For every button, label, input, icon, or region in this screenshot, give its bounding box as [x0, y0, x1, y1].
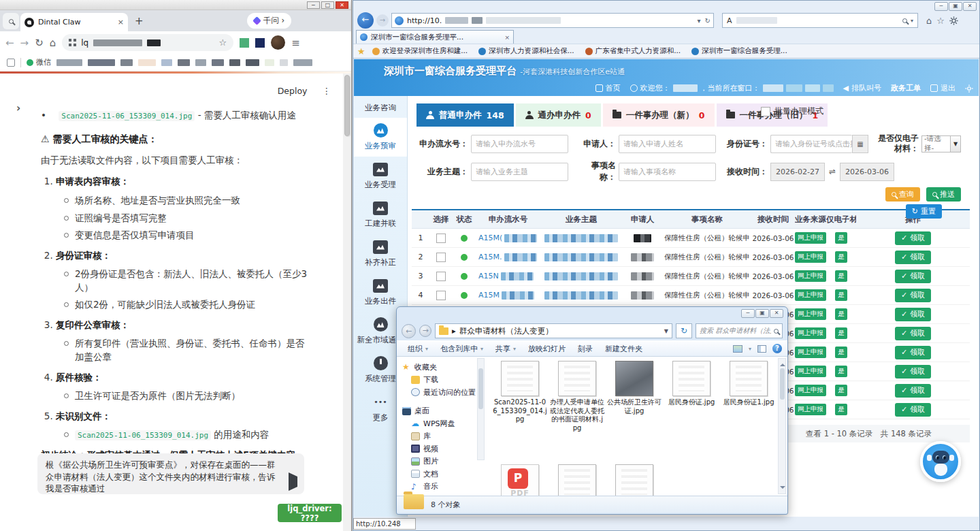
sidebar-item-2[interactable]: 业务预审	[354, 118, 407, 157]
bookmark-star-icon[interactable]: ☆	[219, 37, 227, 48]
row-checkbox[interactable]	[436, 272, 446, 281]
batch-checkbox[interactable]	[761, 107, 770, 116]
nav-item[interactable]: 库	[402, 430, 477, 443]
date-to-input[interactable]: 2026-03-06	[840, 163, 894, 181]
nav-exit[interactable]: 退出	[930, 83, 956, 93]
file-item[interactable]: 公共场所卫生许可证.jpg	[606, 361, 663, 464]
preview-pane-icon[interactable]	[757, 345, 766, 353]
claim-button[interactable]: ✓领取	[895, 403, 931, 417]
nav-home[interactable]: 首页	[595, 83, 621, 93]
queue-tab-1[interactable]: 普通申办件148	[416, 103, 514, 127]
serial-link[interactable]: A15M.	[478, 253, 502, 261]
maximize-button[interactable]: ▣	[949, 2, 962, 11]
batch-mode-option[interactable]: 批量办理模式	[761, 106, 836, 117]
file-item[interactable]: Scan2025-11-06_153309_014.jpg	[491, 361, 549, 464]
chat-input[interactable]: 根《据公共场所卫生许可预审要点》，对保存在桌面的——群众申请材料（法人变更）这个…	[37, 453, 304, 494]
claim-button[interactable]: ✓领取	[895, 384, 931, 398]
tab-close-icon[interactable]: ×	[118, 18, 124, 27]
maximize-button[interactable]: ▣	[755, 309, 769, 318]
maximize-button[interactable]: □	[321, 1, 334, 9]
nav-item[interactable]: ☁WPS网盘	[402, 417, 477, 430]
minimize-button[interactable]: ─	[307, 1, 320, 9]
sidebar-item-4[interactable]: 工建并联	[354, 195, 407, 234]
toolbar-menu[interactable]: 包含到库中 ▾	[435, 344, 489, 354]
toolbar-button[interactable]: 新建文件夹	[600, 344, 648, 354]
favorite-item[interactable]: 深圳市人力资源和社会保...	[474, 46, 578, 56]
close-button[interactable]: ✕	[770, 309, 783, 318]
applicant-input[interactable]: 请输入申请人姓名	[619, 135, 716, 153]
sidebar-item-1[interactable]: 业务咨询	[354, 97, 407, 118]
serial-input[interactable]: 请输入申办流水号	[471, 135, 568, 153]
row-checkbox[interactable]	[436, 234, 446, 243]
bookmark-wechat[interactable]: 微信	[27, 57, 51, 67]
driver-status-button[interactable]: ljq_driver: ????	[278, 504, 342, 522]
date-from-input[interactable]: 2026-02-27	[770, 163, 825, 181]
explorer-search-box[interactable]: 搜索 群众申请材料（法人变更）	[696, 323, 783, 338]
ie-tab[interactable]: 深圳市一窗综合服务受理平... ×	[356, 30, 514, 44]
claim-button[interactable]: ✓领取	[895, 365, 931, 379]
favorite-item[interactable]: 广东省集中式人力资源和...	[581, 46, 685, 56]
nav-item[interactable]: 下载	[402, 374, 477, 387]
item-input[interactable]: 请输入事项名称	[619, 163, 716, 181]
url-dropdown-icon[interactable]: ▾	[698, 17, 701, 25]
forward-icon[interactable]: →	[376, 14, 389, 27]
gear-icon[interactable]	[949, 16, 958, 25]
search-box[interactable]: A ▾	[722, 13, 918, 28]
queue-tab-2[interactable]: 通办申办件0	[516, 103, 601, 127]
id-card-reader-button[interactable]: ▦	[852, 135, 868, 153]
file-item[interactable]: 居民身份证.jpg	[663, 361, 720, 464]
home-icon[interactable]: ⌂	[50, 37, 56, 49]
favorites-star-icon[interactable]: ★	[357, 46, 365, 57]
forward-icon[interactable]: →	[419, 325, 431, 337]
help-icon[interactable]: ?	[772, 344, 782, 353]
claim-button[interactable]: ✓领取	[895, 270, 931, 283]
nav-item[interactable]: 最近访问的位置	[402, 386, 477, 399]
toolbar-menu[interactable]: 共享 ▾	[490, 344, 521, 354]
search-dropdown-icon[interactable]: ▾	[911, 18, 913, 24]
file-item[interactable]: PPDF	[491, 464, 549, 496]
query-button[interactable]: 查询	[885, 187, 920, 202]
reset-button[interactable]: ↻重置	[906, 204, 942, 219]
address-bar[interactable]: http://10. ▾ ↻	[391, 13, 714, 28]
claim-button[interactable]: ✓领取	[895, 346, 931, 359]
back-icon[interactable]: ←	[357, 12, 374, 29]
topic-input[interactable]: 请输入业务主题	[471, 163, 568, 181]
breadcrumb-folder[interactable]: 群众申请材料（法人变更）	[459, 326, 553, 336]
claim-button[interactable]: ✓领取	[895, 231, 931, 245]
claim-button[interactable]: ✓领取	[895, 251, 931, 264]
favorite-item[interactable]: 深圳市一窗综合服务受理...	[687, 46, 791, 56]
toolbar-menu[interactable]: 组织 ▾	[402, 344, 434, 354]
nav-scrollbar[interactable]	[477, 358, 485, 460]
extension-green-icon[interactable]	[240, 38, 249, 48]
avatar[interactable]	[271, 35, 285, 50]
serial-link[interactable]: A15M(	[478, 234, 502, 242]
nav-item[interactable]: ♪音乐	[402, 481, 477, 494]
serial-link[interactable]: A15N	[478, 272, 499, 280]
refresh-icon[interactable]: ↻	[705, 17, 710, 25]
push-button[interactable]: 推送	[926, 187, 961, 202]
claim-button[interactable]: ✓领取	[895, 289, 931, 302]
back-icon[interactable]: ←	[402, 324, 416, 338]
toolbar-button[interactable]: 刻录	[572, 344, 598, 354]
row-checkbox[interactable]	[436, 253, 446, 262]
nav-item[interactable]: ★收藏夹	[402, 361, 477, 374]
collapse-chevron-icon[interactable]: ›	[16, 102, 20, 114]
refresh-button[interactable]: ↻	[676, 323, 692, 338]
nav-item[interactable]: 视频	[402, 442, 477, 455]
back-icon[interactable]: ←	[5, 37, 14, 49]
nav-item[interactable]: 文档	[402, 468, 477, 481]
id-input[interactable]: 请输入身份证号或点击按钮	[770, 135, 852, 153]
minimize-button[interactable]: ─	[934, 2, 948, 11]
sidebar-item-3[interactable]: 业务受理	[354, 157, 407, 195]
favorite-item[interactable]: 欢迎登录深圳市住房和建...	[368, 46, 472, 56]
assistant-mascot[interactable]	[920, 441, 961, 482]
close-button[interactable]: ✕	[336, 1, 348, 9]
row-checkbox[interactable]	[436, 291, 446, 300]
toolbar-button[interactable]: 放映幻灯片	[523, 344, 571, 354]
chevron-down-icon[interactable]: ▼	[664, 328, 668, 334]
file-item[interactable]: 办理人受申请单位或法定代表人委托的书面证明材料.jpg	[549, 361, 606, 464]
favorites-star-icon[interactable]: ☆	[936, 16, 945, 26]
scrollbar[interactable]	[343, 74, 351, 531]
nav-queue-call[interactable]: ◀排队叫号	[843, 83, 881, 93]
close-button[interactable]: ✕	[963, 2, 977, 11]
